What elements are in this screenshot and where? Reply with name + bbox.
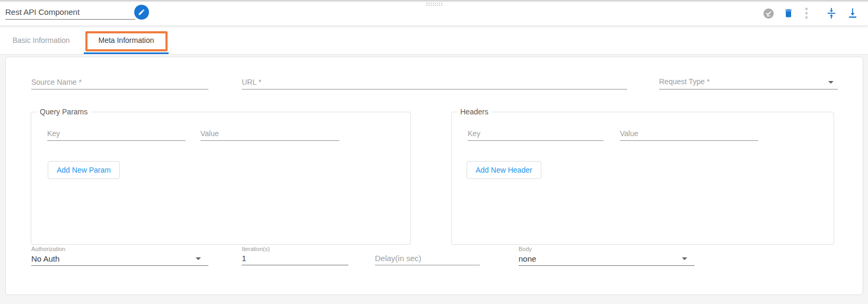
source-name-input[interactable] [31,75,208,90]
query-param-key-input[interactable] [47,127,186,141]
request-type-placeholder: Request Type * [659,77,709,86]
kebab-menu-icon [805,7,808,19]
pencil-icon [138,8,145,16]
header-key-input[interactable] [468,127,603,141]
iterations-input[interactable] [242,251,348,265]
query-param-value-input[interactable] [200,127,339,141]
delete-button[interactable] [783,7,794,19]
collapse-button[interactable] [826,7,837,19]
add-new-header-button[interactable]: Add New Header [467,161,541,179]
header-toolbar [0,0,868,25]
authorization-select[interactable]: No Auth [31,249,208,266]
edit-title-button[interactable] [134,5,149,20]
active-tab-indicator [84,52,169,54]
drag-handle[interactable] [426,2,442,6]
body-value: none [519,254,536,263]
delay-input[interactable] [375,251,480,265]
caret-down-icon [682,257,687,260]
trash-icon [783,8,794,19]
window-top-edge [0,0,868,2]
vertical-align-center-icon [826,7,837,19]
page-background-strip [0,295,868,304]
caret-down-icon [196,257,201,260]
tab-meta-information[interactable]: Meta Information [84,25,169,55]
tab-bar: Basic Information Meta Information [0,25,868,55]
check-circle-icon [763,8,774,19]
caret-down-icon [828,81,834,84]
tab-basic-information[interactable]: Basic Information [0,25,82,55]
authorization-value: No Auth [31,254,59,263]
approve-button[interactable] [762,7,774,19]
component-title-input[interactable] [5,5,135,20]
request-type-select[interactable]: Request Type * [659,73,838,90]
url-input[interactable] [242,75,627,90]
add-new-param-button[interactable]: Add New Param [48,161,120,179]
headers-legend: Headers [457,108,492,116]
query-params-legend: Query Params [37,108,91,116]
body-select[interactable]: none [519,249,695,266]
header-value-input[interactable] [620,127,758,141]
more-options-button[interactable] [801,7,812,19]
download-button[interactable] [847,7,858,19]
download-icon [847,7,858,19]
rest-api-component-screen: Basic Information Meta Information Reque… [0,0,868,304]
